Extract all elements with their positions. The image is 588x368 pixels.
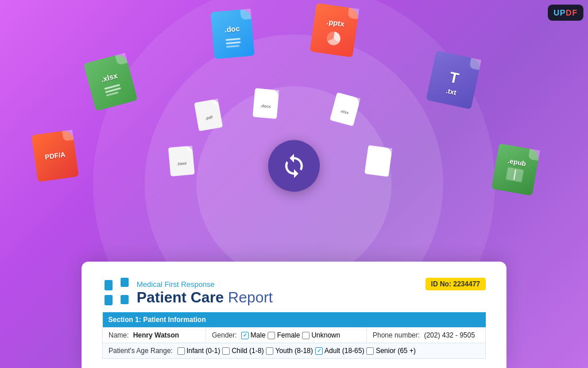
age-infant-checkbox[interactable] <box>177 347 185 355</box>
doc-header: Medical First Response Patient Care Repo… <box>102 278 486 306</box>
age-label: Patient's Age Range: <box>109 347 173 355</box>
age-youth-item: Youth (8-18) <box>266 347 313 355</box>
gender-female-label: Female <box>277 331 300 339</box>
doc-main-title: Patient Care Report <box>137 290 273 305</box>
age-range-row: Patient's Age Range: Infant (0-1) Child … <box>109 347 479 355</box>
file-icon-epub: .epub <box>492 143 540 195</box>
gender-female-checkbox[interactable] <box>268 332 275 339</box>
table-row-name: Name: Henry Watson Gender: Male Female <box>103 328 486 343</box>
section1-header: Section 1: Patient Information <box>109 316 206 324</box>
age-child-item: Child (1-8) <box>222 347 264 355</box>
age-youth-checkbox[interactable] <box>266 347 273 355</box>
gender-female-item: Female <box>268 331 300 339</box>
file-icon-small-html: .html <box>168 145 195 176</box>
age-senior-checkbox[interactable] <box>366 347 374 355</box>
document-panel: Medical First Response Patient Care Repo… <box>82 262 506 368</box>
patient-table: Section 1: Patient Information Name: Hen… <box>102 312 486 359</box>
phone-label: Phone number: <box>373 331 420 339</box>
updf-df: DF <box>566 8 578 17</box>
file-icon-small-extra <box>365 145 393 177</box>
file-icon-doc: .doc <box>211 9 255 59</box>
gender-row: Gender: Male Female Unknown <box>212 331 361 339</box>
file-icon-pptx: .pptx <box>310 3 359 57</box>
logo-area: Medical First Response Patient Care Repo… <box>102 278 273 306</box>
updf-logo: UPDF <box>548 5 583 21</box>
file-icon-small-pdf: .pdf <box>194 99 223 132</box>
age-adult-label: Adult (18-65) <box>324 347 364 355</box>
sync-icon <box>281 153 307 179</box>
gender-unknown-label: Unknown <box>311 331 340 339</box>
gender-male-label: Male <box>250 331 265 339</box>
gender-male-checkbox[interactable] <box>241 332 249 339</box>
gender-label: Gender: <box>212 331 237 339</box>
age-infant-label: Infant (0-1) <box>187 347 220 355</box>
age-adult-item: Adult (18-65) <box>315 347 364 355</box>
file-icon-small-docx: .docx <box>253 88 279 118</box>
id-badge: ID No: 2234477 <box>425 278 486 290</box>
age-senior-item: Senior (65 +) <box>366 347 416 355</box>
title-block: Medical First Response Patient Care Repo… <box>137 280 273 305</box>
gender-unknown-item: Unknown <box>302 331 340 339</box>
age-infant-item: Infant (0-1) <box>177 347 220 355</box>
gender-male-item: Male <box>241 331 265 339</box>
file-icon-pdf: PDF/A <box>32 129 79 182</box>
title-bold-part: Patient Care <box>137 289 224 306</box>
updf-up: UP <box>554 8 566 17</box>
gender-unknown-checkbox[interactable] <box>302 332 310 339</box>
table-row-age: Patient's Age Range: Infant (0-1) Child … <box>103 343 486 359</box>
age-senior-label: Senior (65 +) <box>376 347 416 355</box>
medical-cross-logo <box>102 278 129 306</box>
age-adult-checkbox[interactable] <box>315 347 323 355</box>
age-youth-label: Youth (8-18) <box>275 347 313 355</box>
sync-button[interactable] <box>268 140 320 192</box>
name-label: Name: <box>109 331 129 339</box>
name-value: Henry Watson <box>133 331 179 339</box>
doc-subtitle: Medical First Response <box>137 280 273 289</box>
title-light-part: Report <box>228 289 273 306</box>
age-child-checkbox[interactable] <box>222 347 230 355</box>
phone-value: (202) 432 - 9505 <box>424 331 475 339</box>
age-child-label: Child (1-8) <box>231 347 264 355</box>
